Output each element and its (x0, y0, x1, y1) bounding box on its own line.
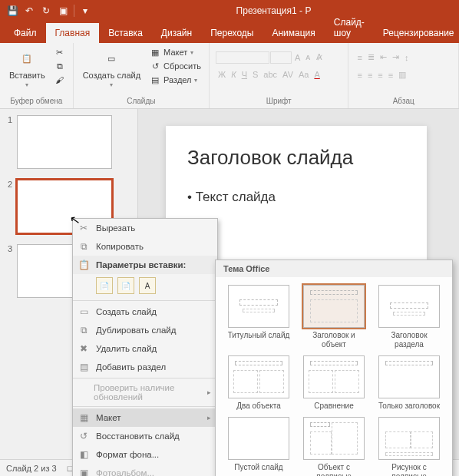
scissors-icon: ✂ (54, 47, 65, 58)
ctx-paste-options: 📄 📄 A (73, 274, 217, 299)
justify-icon[interactable]: ≡ (386, 69, 395, 81)
format-painter-button[interactable]: 🖌 (53, 74, 67, 86)
indent-inc-icon[interactable]: ⇥ (390, 51, 401, 64)
section-icon: ▤ (150, 74, 160, 85)
layout-title-slide[interactable]: Титульный слайд (225, 285, 292, 349)
ctx-duplicate-slide[interactable]: ⧉Дублировать слайд (73, 321, 217, 339)
layout-title-content[interactable]: Заголовок и объект (300, 285, 368, 349)
tab-review[interactable]: Рецензирование (374, 23, 459, 43)
paste-use-dest-icon[interactable]: 📄 (96, 277, 113, 294)
new-slide-button[interactable]: ▭ Создать слайд ▾ (80, 46, 144, 90)
format-bg-icon: ◧ (78, 448, 90, 461)
paste-keep-source-icon[interactable]: 📄 (117, 277, 134, 294)
align-center-icon[interactable]: ≡ (365, 69, 375, 81)
reset-icon: ↺ (78, 430, 90, 442)
group-slides: ▭ Создать слайд ▾ ▦Макет ▾ ↺Сбросить ▤Ра… (74, 43, 210, 108)
italic-icon[interactable]: К (229, 68, 238, 81)
reset-button[interactable]: ↺Сбросить (148, 60, 203, 72)
bullets-icon[interactable]: ≡ (355, 51, 364, 64)
clear-format-icon[interactable]: A̷ (314, 51, 325, 64)
case-icon[interactable]: Aa (296, 68, 311, 81)
ctx-check-updates: Проверить наличие обновлений▸ (73, 380, 217, 405)
layout-button[interactable]: ▦Макет ▾ (148, 46, 203, 58)
layout-blank[interactable]: Пустой слайд (225, 417, 292, 476)
columns-icon[interactable]: ▥ (396, 68, 408, 81)
grow-font-icon[interactable]: A (292, 51, 302, 64)
paste-icon: 📋 (16, 48, 38, 69)
undo-icon[interactable]: ↶ (21, 3, 37, 18)
redo-icon[interactable]: ↻ (38, 3, 54, 18)
group-paragraph: ≡ ≣ ⇤ ⇥ ↕ ≡ ≡ ≡ ≡ ▥ Абзац (348, 43, 459, 108)
copy-icon: ⧉ (54, 61, 65, 71)
slide-body-text[interactable]: Текст слайда (187, 190, 405, 205)
underline-icon[interactable]: Ч (239, 68, 249, 81)
quick-access-toolbar: 💾 ↶ ↻ ▣ ▾ (5, 3, 93, 18)
ctx-add-section[interactable]: ▤Добавить раздел (73, 358, 217, 376)
ctx-paste-header: 📋Параметры вставки: (73, 256, 217, 274)
layout-title-only[interactable]: Только заголовок (375, 355, 443, 411)
thumb-number: 3 (5, 244, 12, 253)
layout-icon: ▦ (78, 412, 90, 424)
layout-content-caption[interactable]: Объект с подписью (300, 417, 368, 476)
tab-insert[interactable]: Вставка (99, 23, 152, 43)
tab-animations[interactable]: Анимация (263, 23, 324, 43)
ribbon: 📋 Вставить ▾ ✂ ⧉ 🖌 Буфер обмена ▭ Создат… (0, 43, 459, 109)
slide-title[interactable]: Заголовок слайда (187, 146, 405, 170)
spacing-icon[interactable]: AV (280, 68, 296, 81)
copy-icon: ⧉ (78, 240, 90, 253)
font-size-select[interactable] (270, 51, 292, 64)
group-clipboard: 📋 Вставить ▾ ✂ ⧉ 🖌 Буфер обмена (0, 43, 74, 108)
ctx-cut[interactable]: ✂Вырезать (73, 219, 217, 237)
duplicate-icon: ⧉ (78, 324, 90, 336)
shrink-font-icon[interactable]: ᴀ (303, 51, 313, 64)
reset-icon: ↺ (150, 61, 160, 71)
copy-button[interactable]: ⧉ (53, 60, 67, 72)
title-bar: 💾 ↶ ↻ ▣ ▾ Презентация1 - P (0, 0, 459, 21)
group-label-paragraph: Абзац (355, 95, 452, 108)
ctx-delete-slide[interactable]: ✖Удалить слайд (73, 339, 217, 358)
layout-comparison[interactable]: Сравнение (300, 355, 368, 411)
tab-home[interactable]: Главная (46, 23, 100, 43)
font-color-icon[interactable]: A (312, 68, 322, 81)
tab-file[interactable]: Файл (5, 23, 46, 43)
align-left-icon[interactable]: ≡ (355, 69, 364, 81)
cut-button[interactable]: ✂ (53, 46, 67, 58)
thumb-number: 1 (5, 115, 12, 124)
paste-button[interactable]: 📋 Вставить ▾ (6, 46, 48, 90)
thumb-number: 2 (5, 180, 12, 189)
photo-icon: ▣ (78, 467, 90, 476)
start-from-begin-icon[interactable]: ▣ (55, 3, 71, 18)
numbering-icon[interactable]: ≣ (365, 51, 377, 64)
ctx-layout[interactable]: ▦Макет▸ (73, 408, 217, 427)
ctx-copy[interactable]: ⧉Копировать (73, 237, 217, 256)
ctx-reset-slide[interactable]: ↺Восстановить слайд (73, 427, 217, 445)
align-right-icon[interactable]: ≡ (375, 69, 385, 81)
font-family-select[interactable] (216, 51, 269, 64)
indent-dec-icon[interactable]: ⇤ (378, 51, 389, 64)
section-button[interactable]: ▤Раздел ▾ (148, 74, 203, 86)
save-icon[interactable]: 💾 (5, 3, 20, 18)
qat-dropdown-icon[interactable]: ▾ (78, 3, 93, 18)
thumbnail-slide-1[interactable] (17, 115, 112, 169)
shadow-icon[interactable]: abc (261, 68, 279, 81)
layout-picture-caption[interactable]: Рисунок с подписью (375, 417, 443, 476)
strike-icon[interactable]: S (250, 68, 260, 81)
delete-icon: ✖ (78, 342, 90, 355)
paste-picture-icon[interactable]: A (139, 277, 156, 294)
clipboard-icon: 📋 (78, 259, 90, 271)
new-slide-icon: ▭ (78, 306, 90, 318)
layout-two-content[interactable]: Два объекта (225, 355, 292, 411)
status-slide-count: Слайд 2 из 3 (6, 464, 57, 473)
bold-icon[interactable]: Ж (216, 68, 228, 81)
layout-flyout: Тема Office Титульный слайд Заголовок и … (215, 259, 453, 476)
line-spacing-icon[interactable]: ↕ (402, 51, 411, 64)
tab-design[interactable]: Дизайн (152, 23, 201, 43)
section-icon: ▤ (78, 361, 90, 373)
layout-section-header[interactable]: Заголовок раздела (375, 285, 443, 349)
tab-slideshow[interactable]: Слайд-шоу (325, 12, 374, 43)
context-menu: ✂Вырезать ⧉Копировать 📋Параметры вставки… (72, 218, 218, 476)
ctx-format-background[interactable]: ◧Формат фона... (73, 445, 217, 464)
ctx-new-slide[interactable]: ▭Создать слайд (73, 302, 217, 321)
tab-transitions[interactable]: Переходы (201, 23, 263, 43)
ctx-photo-album: ▣Фотоальбом... (73, 464, 217, 476)
